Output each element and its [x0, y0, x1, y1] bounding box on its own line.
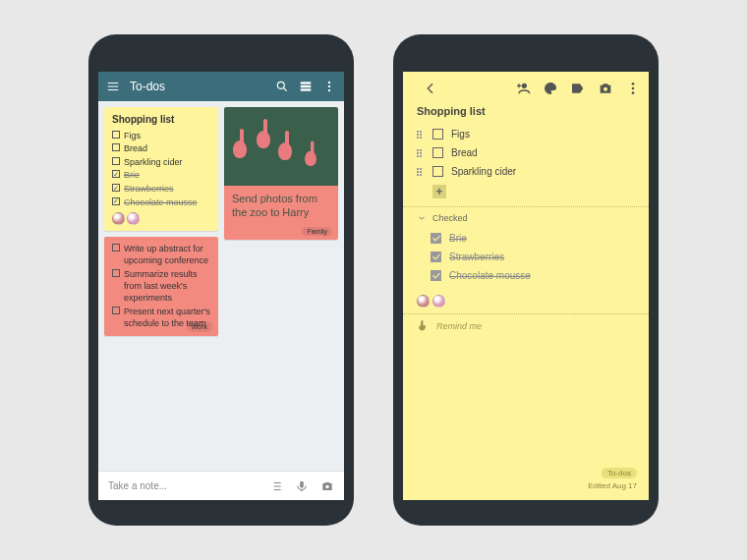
note-title: Shopping list	[112, 113, 210, 127]
list-item[interactable]: Figs	[417, 125, 635, 143]
avatar	[417, 295, 430, 308]
svg-point-13	[632, 91, 635, 94]
checked-section-header[interactable]: Checked	[417, 213, 635, 223]
list-item[interactable]: Sparkling cider	[417, 162, 635, 181]
svg-rect-1	[301, 82, 312, 84]
detail-title[interactable]: Shopping list	[417, 105, 635, 117]
list-item-label[interactable]: Bread	[451, 147, 478, 158]
back-arrow-icon[interactable]	[423, 81, 438, 96]
phone-list-view: To-dos Shopping list Figs Bread Sparklin…	[88, 34, 354, 526]
detail-meta: To-dos Edited Aug 17	[588, 468, 637, 490]
checkbox-checked-icon[interactable]	[431, 270, 441, 281]
check-item: Strawberries	[112, 183, 210, 195]
overflow-menu-icon[interactable]	[322, 80, 336, 93]
drag-handle-icon[interactable]	[417, 168, 425, 176]
checkbox-icon	[112, 131, 120, 139]
overflow-menu-icon[interactable]	[625, 81, 641, 96]
avatar	[127, 212, 140, 225]
camera-icon[interactable]	[320, 479, 334, 493]
view-toggle-icon[interactable]	[299, 80, 313, 93]
checkbox-icon[interactable]	[432, 129, 443, 140]
take-note-input[interactable]: Take a note...	[108, 480, 258, 491]
collaborator-avatars[interactable]	[417, 295, 635, 308]
svg-point-0	[277, 82, 284, 88]
camera-icon[interactable]	[598, 81, 613, 96]
note-caption: Send photos from the zoo to Harry	[232, 192, 330, 220]
edited-timestamp: Edited Aug 17	[588, 481, 637, 490]
add-item-row[interactable]: +	[417, 185, 635, 198]
hamburger-menu-icon[interactable]	[106, 80, 120, 93]
check-item: Sparkling cider	[112, 156, 210, 168]
checkbox-icon	[112, 244, 120, 252]
drag-handle-icon[interactable]	[417, 149, 425, 157]
check-item-label: Write up abstract for upcoming conferenc…	[124, 243, 210, 266]
screen-detail: Shopping list Figs Bread Sparkling cider…	[403, 72, 649, 500]
avatar	[432, 295, 445, 308]
check-item: Write up abstract for upcoming conferenc…	[112, 243, 210, 266]
checked-section-label: Checked	[432, 213, 468, 223]
svg-rect-2	[301, 85, 312, 87]
new-list-icon[interactable]	[269, 479, 283, 493]
phone-detail-view: Shopping list Figs Bread Sparkling cider…	[393, 34, 659, 526]
palette-icon[interactable]	[543, 81, 558, 96]
svg-point-12	[632, 87, 635, 90]
compose-bar: Take a note...	[98, 471, 344, 500]
note-label-chip: Work	[187, 321, 212, 332]
svg-point-10	[603, 87, 607, 91]
checkbox-icon[interactable]	[432, 166, 443, 177]
svg-point-8	[325, 484, 329, 488]
checkbox-checked-icon	[112, 197, 120, 205]
app-toolbar: To-dos	[98, 72, 344, 101]
detail-body: Shopping list Figs Bread Sparkling cider…	[403, 105, 649, 340]
check-item: Bread	[112, 142, 210, 154]
checkbox-checked-icon[interactable]	[431, 252, 441, 262]
list-item-label[interactable]: Chocolate mousse	[449, 270, 531, 281]
note-caption-area: Send photos from the zoo to Harry Family	[224, 186, 338, 240]
checkbox-checked-icon	[112, 184, 120, 192]
note-card-work[interactable]: Write up abstract for upcoming conferenc…	[104, 237, 218, 336]
note-label-chip: Family	[302, 227, 332, 236]
avatar	[112, 212, 125, 225]
checkbox-checked-icon	[112, 170, 120, 178]
drag-handle-icon[interactable]	[417, 131, 425, 139]
remind-row[interactable]: Remind me	[417, 320, 635, 332]
svg-rect-7	[300, 480, 304, 487]
add-item-button[interactable]: +	[432, 185, 446, 198]
svg-point-5	[328, 85, 330, 87]
notes-column-left: Shopping list Figs Bread Sparkling cider…	[104, 107, 218, 465]
divider	[403, 313, 649, 314]
check-item-label: Strawberries	[124, 183, 174, 195]
list-item-label[interactable]: Brie	[449, 233, 467, 244]
notes-grid: Shopping list Figs Bread Sparkling cider…	[98, 101, 344, 471]
check-item-label: Summarize results from last week's exper…	[124, 268, 210, 304]
check-item-label: Figs	[124, 130, 141, 141]
svg-point-11	[632, 83, 635, 85]
detail-toolbar	[403, 72, 649, 105]
note-label-chip[interactable]: To-dos	[602, 468, 637, 478]
label-icon[interactable]	[570, 81, 586, 96]
check-item: Figs	[112, 130, 210, 141]
checkbox-icon	[112, 269, 120, 277]
microphone-icon[interactable]	[295, 479, 309, 493]
add-collaborator-icon[interactable]	[515, 81, 531, 96]
collaborator-avatars	[112, 212, 210, 225]
check-item-label: Chocolate mousse	[124, 196, 198, 208]
list-item[interactable]: Bread	[417, 143, 635, 162]
list-item-checked[interactable]: Strawberries	[431, 248, 635, 266]
check-item: Chocolate mousse	[112, 196, 210, 208]
list-item-checked[interactable]: Brie	[431, 229, 635, 248]
list-item-label[interactable]: Strawberries	[449, 252, 504, 262]
checkbox-icon[interactable]	[432, 147, 443, 158]
checkbox-icon	[112, 307, 120, 314]
note-card-photo[interactable]: Send photos from the zoo to Harry Family	[224, 107, 338, 240]
list-item-label[interactable]: Sparkling cider	[451, 166, 516, 177]
search-icon[interactable]	[275, 80, 289, 93]
list-item-checked[interactable]: Chocolate mousse	[431, 266, 635, 285]
svg-point-4	[328, 82, 330, 84]
screen-list: To-dos Shopping list Figs Bread Sparklin…	[98, 72, 344, 500]
list-item-label[interactable]: Figs	[451, 129, 470, 140]
checkbox-checked-icon[interactable]	[431, 233, 441, 244]
svg-point-6	[328, 89, 330, 91]
note-card-shopping[interactable]: Shopping list Figs Bread Sparkling cider…	[104, 107, 218, 231]
toolbar-title: To-dos	[130, 80, 265, 93]
